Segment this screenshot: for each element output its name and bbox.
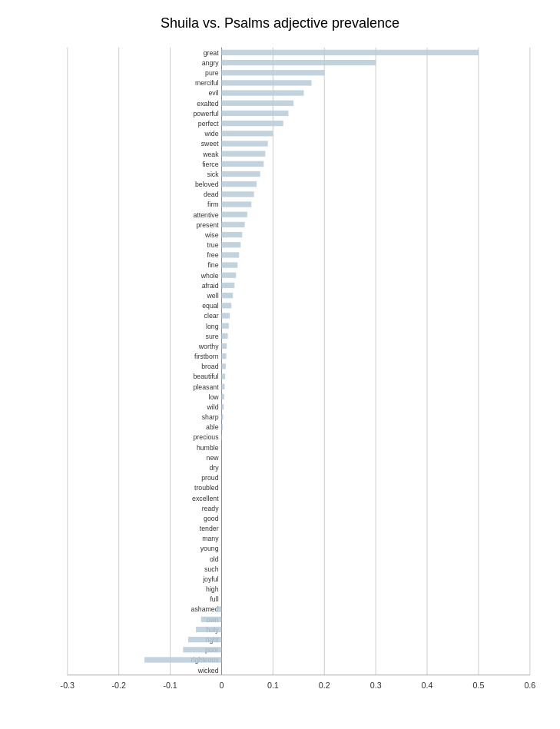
- svg-text:dry: dry: [209, 464, 219, 472]
- svg-text:0.5: 0.5: [473, 681, 485, 690]
- svg-rect-26: [221, 121, 283, 126]
- svg-text:troubled: troubled: [194, 484, 219, 492]
- svg-text:merciful: merciful: [195, 79, 219, 87]
- svg-text:sick: sick: [207, 171, 220, 178]
- svg-rect-82: [221, 404, 224, 409]
- svg-text:0.4: 0.4: [422, 681, 433, 690]
- svg-text:good: good: [204, 515, 219, 522]
- svg-text:pleasant: pleasant: [193, 383, 219, 391]
- svg-rect-72: [221, 353, 226, 359]
- svg-rect-32: [221, 151, 265, 157]
- svg-text:0.1: 0.1: [267, 681, 279, 690]
- svg-text:weak: weak: [202, 151, 219, 158]
- svg-rect-40: [221, 191, 253, 197]
- svg-rect-12: [221, 50, 478, 55]
- svg-text:whole: whole: [200, 272, 219, 280]
- svg-rect-78: [221, 384, 224, 389]
- svg-rect-48: [221, 232, 242, 237]
- svg-text:young: young: [200, 545, 219, 552]
- svg-text:such: such: [204, 565, 219, 573]
- svg-text:-0.2: -0.2: [111, 681, 125, 690]
- svg-text:ready: ready: [202, 505, 220, 512]
- svg-text:free: free: [207, 251, 219, 259]
- svg-rect-76: [221, 373, 225, 379]
- svg-rect-16: [221, 70, 324, 75]
- svg-text:0.2: 0.2: [319, 681, 330, 690]
- svg-rect-18: [221, 80, 311, 85]
- svg-text:low: low: [208, 393, 219, 401]
- svg-rect-68: [221, 333, 227, 339]
- svg-text:perfect: perfect: [198, 120, 219, 128]
- svg-text:excellent: excellent: [192, 495, 219, 502]
- svg-rect-22: [221, 101, 293, 106]
- svg-rect-86: [221, 424, 222, 429]
- svg-rect-108: [201, 617, 222, 622]
- svg-text:tender: tender: [200, 525, 219, 532]
- svg-text:wild: wild: [207, 403, 219, 411]
- svg-rect-52: [221, 252, 239, 257]
- svg-text:proud: proud: [201, 474, 219, 482]
- svg-rect-80: [221, 394, 224, 399]
- main-chart: greatangrypuremercifulevilexaltedpowerfu…: [8, 39, 552, 698]
- svg-text:powerful: powerful: [194, 110, 219, 118]
- svg-text:well: well: [207, 292, 219, 300]
- svg-text:long: long: [206, 323, 219, 330]
- svg-rect-60: [221, 293, 233, 298]
- svg-text:full: full: [210, 595, 218, 603]
- svg-text:new: new: [207, 454, 220, 462]
- svg-text:afraid: afraid: [202, 282, 219, 290]
- svg-text:high: high: [206, 585, 219, 593]
- svg-text:worthy: worthy: [198, 343, 219, 350]
- svg-rect-74: [221, 363, 225, 369]
- chart-svg: greatangrypuremercifulevilexaltedpowerfu…: [8, 39, 552, 698]
- svg-text:equal: equal: [202, 302, 218, 310]
- svg-text:attentive: attentive: [194, 211, 219, 219]
- svg-text:fierce: fierce: [202, 161, 219, 168]
- svg-text:0.6: 0.6: [524, 681, 535, 690]
- svg-rect-36: [221, 171, 260, 177]
- svg-text:true: true: [207, 241, 219, 249]
- svg-text:wide: wide: [204, 130, 219, 138]
- svg-text:0.3: 0.3: [370, 681, 382, 690]
- svg-text:firstborn: firstborn: [194, 353, 219, 360]
- svg-text:wise: wise: [204, 231, 219, 239]
- svg-text:many: many: [202, 535, 219, 542]
- svg-rect-64: [221, 313, 230, 318]
- svg-rect-30: [221, 141, 267, 146]
- svg-text:joyful: joyful: [202, 575, 218, 583]
- svg-rect-28: [221, 131, 273, 136]
- svg-rect-84: [221, 414, 223, 419]
- svg-text:beautiful: beautiful: [193, 373, 218, 380]
- svg-text:precious: precious: [194, 434, 220, 442]
- svg-text:firm: firm: [207, 200, 219, 208]
- svg-text:sweet: sweet: [201, 140, 219, 147]
- svg-text:great: great: [204, 49, 220, 57]
- svg-rect-20: [221, 90, 303, 95]
- svg-text:sure: sure: [206, 333, 219, 340]
- svg-rect-106: [217, 606, 222, 611]
- chart-title: Shuila vs. Psalms adjective prevalence: [8, 15, 552, 31]
- svg-rect-56: [221, 273, 236, 278]
- svg-text:ashamed: ashamed: [191, 606, 219, 614]
- svg-text:pure: pure: [205, 69, 219, 77]
- svg-rect-38: [221, 181, 256, 187]
- svg-rect-110: [196, 627, 221, 632]
- svg-text:able: able: [206, 423, 219, 431]
- svg-text:beloved: beloved: [195, 181, 219, 188]
- svg-rect-88: [221, 434, 222, 439]
- svg-rect-44: [221, 212, 247, 217]
- svg-rect-58: [221, 283, 234, 288]
- svg-rect-42: [221, 201, 251, 207]
- svg-text:dead: dead: [204, 191, 219, 198]
- svg-text:sharp: sharp: [202, 413, 219, 421]
- svg-text:humble: humble: [197, 444, 219, 452]
- svg-rect-70: [221, 343, 227, 349]
- svg-rect-112: [188, 637, 221, 642]
- svg-rect-50: [221, 242, 240, 247]
- svg-rect-14: [221, 60, 376, 65]
- svg-rect-54: [221, 262, 237, 267]
- svg-text:angry: angry: [202, 59, 220, 67]
- svg-text:clear: clear: [204, 312, 219, 320]
- svg-text:-0.3: -0.3: [61, 681, 75, 690]
- svg-rect-116: [144, 657, 221, 662]
